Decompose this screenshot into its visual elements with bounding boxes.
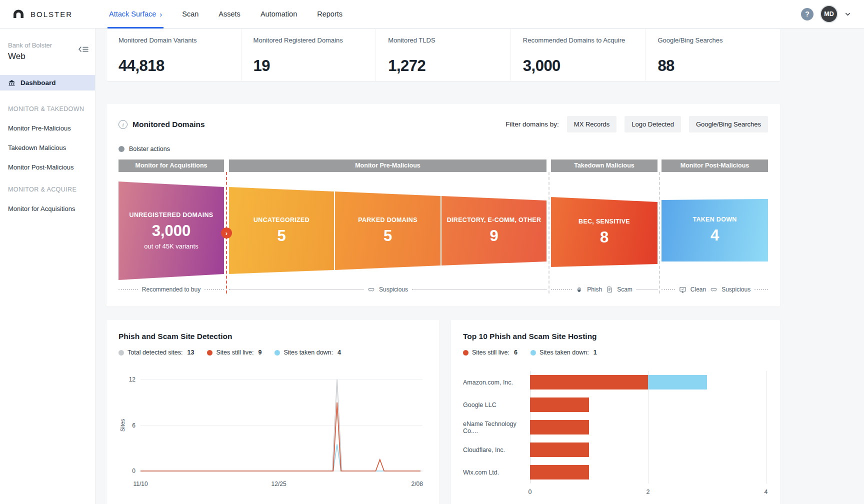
bar-row: eName Technology Co.... bbox=[530, 416, 766, 438]
bar-segment-sites-still-live[interactable] bbox=[530, 442, 589, 457]
workspace-switcher: Bank of Bolster Web bbox=[0, 28, 95, 62]
bolster-logo[interactable]: BOLSTER bbox=[12, 8, 96, 20]
legend-dot bbox=[463, 350, 468, 356]
monitored-domains-panel: i Monitored Domains Filter domains by: M… bbox=[106, 104, 780, 306]
bar-segment-sites-still-live[interactable] bbox=[530, 375, 648, 390]
sidebar-section-monitor-takedown: MONITOR & TAKEDOWN bbox=[0, 90, 95, 112]
bar-segment-sites-still-live[interactable] bbox=[530, 465, 589, 480]
filter-button-mx-records[interactable]: MX Records bbox=[567, 116, 617, 132]
legend-label: Sites still live: bbox=[472, 349, 510, 356]
brand-name: BOLSTER bbox=[30, 10, 72, 18]
x-tick-label: 11/10 bbox=[133, 480, 148, 488]
stat-value: 19 bbox=[254, 57, 364, 75]
funnel-segment-bec-sensitive[interactable]: BEC, SENSITIVE 8 bbox=[551, 197, 658, 267]
bar-segment-sites-still-live[interactable] bbox=[530, 398, 589, 412]
clean-monitor-check-icon bbox=[679, 286, 686, 294]
bar-segment-sites-taken-down[interactable] bbox=[648, 375, 707, 390]
bar-chart: Amazon.com, Inc.Google LLCeName Technolo… bbox=[530, 371, 766, 484]
stat-value: 3,000 bbox=[523, 57, 634, 75]
arch-logo-icon bbox=[12, 8, 25, 20]
funnel-header-pre-malicious: Monitor Pre-Malicious bbox=[229, 160, 546, 172]
funnel-segment-uncategorized[interactable]: UNCATEGORIZED 5 bbox=[229, 187, 334, 274]
nav-tab-assets[interactable]: Assets bbox=[218, 0, 240, 28]
sidebar-item-monitor-pre-malicious[interactable]: Monitor Pre-Malicious bbox=[0, 112, 95, 132]
bar-stack bbox=[530, 398, 589, 412]
sidebar-item-monitor-for-acquisitions[interactable]: Monitor for Acquisitions bbox=[0, 193, 95, 212]
bar-row: Google LLC bbox=[530, 394, 766, 416]
bar-row: Amazon.com, Inc. bbox=[530, 371, 766, 394]
nav-tab-automation[interactable]: Automation bbox=[260, 0, 297, 28]
series-sites-taken-down bbox=[140, 444, 420, 471]
sidebar-item-dashboard[interactable]: Dashboard bbox=[0, 75, 95, 90]
bar-category-label: Wix.com Ltd. bbox=[463, 469, 526, 476]
chart-title: Phish and Scam Site Detection bbox=[118, 332, 427, 341]
stat-label: Recommended Domains to Acquire bbox=[523, 36, 634, 44]
x-tick-label: 0 bbox=[528, 488, 532, 496]
funnel-header-takedown: Takedown Malicious bbox=[551, 160, 658, 172]
funnel-segment-taken-down[interactable]: TAKEN DOWN 4 bbox=[662, 199, 768, 262]
bar-segment-sites-still-live[interactable] bbox=[530, 420, 589, 434]
x-tick-label: 2 bbox=[646, 488, 650, 496]
sidebar-item-label: Dashboard bbox=[20, 79, 56, 86]
legend-count: 4 bbox=[338, 349, 341, 356]
sidebar-section-monitor-acquire: MONITOR & ACQUIRE bbox=[0, 171, 95, 193]
legend-item[interactable]: Sites still live:9 bbox=[207, 349, 262, 356]
legend-item[interactable]: Sites taken down:4 bbox=[274, 349, 341, 356]
main-content: Monitored Domain Variants 44,818 Monitor… bbox=[96, 28, 864, 504]
stat-value: 44,818 bbox=[118, 57, 229, 75]
filter-button-google-bing[interactable]: Google/Bing Searches bbox=[689, 116, 768, 132]
funnel-segment-parked-domains[interactable]: PARKED DOMAINS 5 bbox=[335, 192, 440, 270]
legend-label: Sites taken down: bbox=[540, 349, 589, 356]
bar-chart-axis: 024 bbox=[530, 488, 766, 498]
funnel-segment-unregistered-domains[interactable]: UNREGISTERED DOMAINS 3,000 out of 45K va… bbox=[118, 182, 224, 280]
bar-category-label: Amazon.com, Inc. bbox=[463, 379, 526, 386]
help-icon[interactable]: ? bbox=[801, 8, 814, 20]
bar-stack bbox=[530, 375, 707, 390]
sidebar-item-monitor-post-malicious[interactable]: Monitor Post-Malicious bbox=[0, 152, 95, 171]
stat-monitored-domain-variants: Monitored Domain Variants 44,818 bbox=[106, 29, 241, 81]
stat-label: Monitored Domain Variants bbox=[118, 36, 229, 44]
line-chart: 1260Sites11/1012/252/08 bbox=[118, 361, 427, 494]
info-icon[interactable]: i bbox=[118, 120, 128, 129]
sidebar-collapse-icon[interactable] bbox=[78, 45, 88, 56]
avatar[interactable]: MD bbox=[821, 6, 837, 22]
funnel-footer-takedown: Phish Scam bbox=[551, 285, 658, 294]
panel-title: Monitored Domains bbox=[132, 120, 205, 129]
legend-label: Sites taken down: bbox=[284, 349, 333, 356]
stat-google-bing-searches: Google/Bing Searches 88 bbox=[645, 29, 780, 81]
bank-icon bbox=[8, 79, 16, 86]
funnel-footer-acquisitions: Recommended to buy bbox=[118, 285, 224, 294]
funnel-segment-directory-ecomm-other[interactable]: DIRECTORY, E-COMM, OTHER 9 bbox=[442, 196, 546, 266]
workspace-name: Web bbox=[8, 52, 87, 62]
nav-tab-scan[interactable]: Scan bbox=[182, 0, 198, 28]
stat-value: 88 bbox=[658, 57, 768, 75]
org-name: Bank of Bolster bbox=[8, 42, 87, 49]
chart-title: Top 10 Phish and Scam Site Hosting bbox=[463, 332, 768, 341]
stat-label: Google/Bing Searches bbox=[658, 36, 768, 44]
legend-dot bbox=[274, 350, 280, 356]
bar-stack bbox=[530, 465, 589, 480]
bar-category-label: eName Technology Co.... bbox=[463, 420, 526, 434]
stat-monitored-registered-domains: Monitored Registered Domains 19 bbox=[241, 29, 376, 81]
legend-item[interactable]: Total detected sites:13 bbox=[118, 349, 194, 356]
stat-label: Monitored TLDS bbox=[388, 36, 498, 44]
series-sites-still-live bbox=[140, 402, 420, 471]
line-chart-legend: Total detected sites:13Sites still live:… bbox=[118, 349, 427, 356]
legend-item[interactable]: Sites still live:6 bbox=[463, 349, 518, 356]
chevron-down-icon[interactable] bbox=[844, 11, 851, 18]
bar-category-label: Google LLC bbox=[463, 402, 526, 408]
funnel-footer-post-malicious: Clean Suspicious bbox=[662, 285, 768, 294]
sidebar-item-takedown-malicious[interactable]: Takedown Malicious bbox=[0, 132, 95, 152]
funnel-next-stage-icon[interactable]: › bbox=[221, 228, 232, 238]
filter-button-logo-detected[interactable]: Logo Detected bbox=[624, 116, 681, 132]
bolster-actions-dot bbox=[118, 146, 124, 152]
stat-recommended-domains: Recommended Domains to Acquire 3,000 bbox=[510, 29, 646, 81]
nav-tab-attack-surface[interactable]: Attack Surface› bbox=[109, 0, 162, 28]
nav-tab-reports[interactable]: Reports bbox=[317, 0, 342, 28]
legend-dot bbox=[530, 350, 536, 356]
funnel-separator bbox=[659, 172, 660, 294]
funnel-separator bbox=[548, 172, 550, 294]
sidebar: Bank of Bolster Web Dashboard MONITOR & … bbox=[0, 28, 96, 504]
legend-item[interactable]: Sites taken down:1 bbox=[530, 349, 597, 356]
nav-right-actions: ? MD bbox=[801, 6, 851, 22]
